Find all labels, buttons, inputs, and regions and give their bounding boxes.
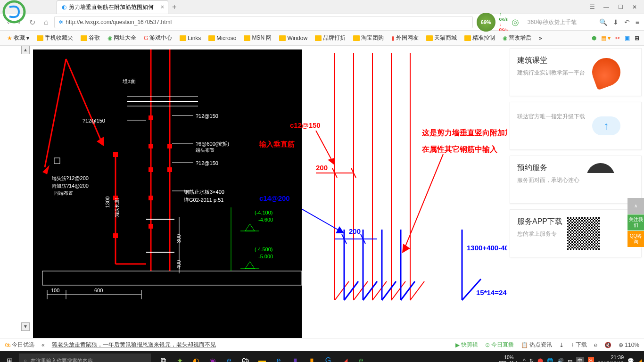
sidebar-card[interactable]: 服务APP下载您的掌上服务专 bbox=[510, 209, 642, 257]
cad-label: 附加筋 bbox=[52, 183, 66, 189]
maximize-icon[interactable]: ☐ bbox=[616, 4, 625, 10]
browser-icon[interactable]: e bbox=[354, 353, 369, 362]
sound-icon[interactable]: 🔇 bbox=[604, 342, 611, 348]
url-input[interactable]: ✲ http://e.fwxgx.com/question_1670537.ht… bbox=[54, 16, 472, 28]
app-icon[interactable]: G bbox=[321, 353, 336, 362]
title-bar: ◐ 剪力墙垂直钢筋在附加筋范围如何 × + ☰ — ☐ ✕ bbox=[0, 0, 644, 14]
search-hint[interactable]: 360每秒放贷上千笔 bbox=[528, 18, 577, 26]
explorer-icon[interactable]: ▬ bbox=[255, 353, 270, 362]
app-icon[interactable]: ▮ bbox=[288, 353, 303, 362]
news-ticker-nav[interactable]: « bbox=[41, 342, 45, 348]
news-ticker[interactable]: 狐老头放走黄鼠狼，一年后黄鼠狼报恩送来银元，老头却视而不见 bbox=[52, 341, 216, 349]
today-picks[interactable]: 🛍今日优选 bbox=[5, 341, 34, 349]
ime-icon[interactable]: 中 bbox=[576, 357, 584, 362]
app-icon[interactable]: ◉ bbox=[205, 353, 220, 362]
volume-icon[interactable]: 🔊 bbox=[557, 358, 564, 362]
reload-button[interactable]: ↻ bbox=[27, 18, 38, 27]
undo-icon[interactable]: ↶ bbox=[624, 18, 630, 26]
svg-rect-15 bbox=[149, 196, 153, 200]
minimize-icon[interactable]: — bbox=[602, 4, 611, 10]
bookmark-item[interactable]: 天猫商城 bbox=[424, 33, 459, 43]
quick-clip[interactable]: ▶ 快剪辑 bbox=[455, 341, 478, 349]
status-icon[interactable]: ⤓ bbox=[559, 342, 564, 348]
hot-news[interactable]: 📋 热点资讯 bbox=[521, 341, 552, 349]
sidebar-card[interactable]: 建筑课堂建筑行业实训教学第一平台 bbox=[510, 48, 642, 96]
cad-elevation: -4.600 bbox=[258, 217, 273, 222]
notifications-icon[interactable]: 💬 bbox=[627, 358, 634, 362]
tray-icon[interactable]: ◢ bbox=[638, 358, 642, 362]
bookmark-item[interactable]: 品牌打折 bbox=[313, 33, 348, 43]
app-icon[interactable]: ◐ bbox=[189, 353, 204, 362]
search-icon[interactable]: 🔍 bbox=[599, 18, 607, 26]
bookmark-item[interactable]: Microso bbox=[206, 34, 239, 42]
bookmark-item[interactable]: 谷歌 bbox=[78, 33, 102, 43]
favorites-button[interactable]: ★收藏 ▾ bbox=[5, 33, 32, 43]
tray-chevron-icon[interactable]: ^ bbox=[523, 358, 525, 362]
sidebar-card[interactable]: 预约服务服务面对面，承诺心连心 bbox=[510, 156, 642, 204]
annotation-label: 输入垂直筋 bbox=[259, 140, 295, 149]
ext-icon[interactable]: ▣ bbox=[625, 35, 630, 41]
cad-label: ?12@150 bbox=[196, 113, 218, 119]
ext-icon[interactable]: ▦ ▾ bbox=[601, 35, 611, 41]
tab-title: 剪力墙垂直钢筋在附加筋范围如何 bbox=[69, 3, 154, 11]
new-tab-button[interactable]: + bbox=[172, 3, 176, 11]
cad-label: ?14@200 bbox=[66, 183, 89, 189]
bookmark-item[interactable]: 淘宝团购 bbox=[351, 33, 386, 43]
ime-icon[interactable]: S bbox=[588, 357, 594, 362]
clock[interactable]: 21:392017/10/19 bbox=[598, 354, 624, 362]
tray-icon[interactable]: ↻ bbox=[529, 358, 534, 362]
edge-icon[interactable]: e bbox=[222, 353, 237, 362]
status-icon[interactable]: ℮ bbox=[594, 342, 597, 348]
app-icon[interactable]: ▮ bbox=[304, 353, 319, 362]
app-icon[interactable]: ◢ bbox=[337, 353, 352, 362]
ext-icon[interactable]: ⬢ bbox=[592, 35, 596, 41]
qq-consult-button[interactable]: QQ咨询 bbox=[627, 231, 644, 247]
window-menu-icon[interactable]: ☰ bbox=[587, 4, 597, 10]
qr-code-icon bbox=[567, 217, 600, 250]
network-icon[interactable]: 🌐 bbox=[547, 358, 553, 362]
tray-icon[interactable]: ▭ bbox=[568, 358, 572, 362]
ext-icon[interactable]: ✂ bbox=[615, 35, 620, 41]
person-icon bbox=[584, 163, 617, 196]
bookmark-item[interactable]: ◉营改增后 bbox=[500, 33, 534, 43]
bookmark-item[interactable]: Links bbox=[177, 34, 203, 42]
close-window-icon[interactable]: ✕ bbox=[630, 4, 639, 10]
downloads[interactable]: ↓ 下载 bbox=[571, 341, 586, 349]
tab-close-icon[interactable]: × bbox=[161, 4, 164, 10]
360-icon[interactable]: ◎ bbox=[512, 17, 519, 27]
sidebar-card[interactable]: 联达官方唯一指定升级下载 bbox=[510, 102, 642, 150]
speed-badge[interactable]: 69% bbox=[477, 13, 495, 32]
download-icon[interactable]: ⬇ bbox=[613, 18, 619, 26]
browser-tab[interactable]: ◐ 剪力墙垂直钢筋在附加筋范围如何 × bbox=[57, 0, 168, 14]
bookmark-item[interactable]: ▮外国网友 bbox=[389, 33, 421, 43]
store-icon[interactable]: 🛍 bbox=[238, 353, 253, 362]
bookmark-item[interactable]: G游戏中心 bbox=[141, 33, 174, 43]
follow-button[interactable]: 关注我们 bbox=[627, 214, 644, 231]
annotation-label: c14@200 bbox=[259, 194, 290, 202]
zoom-level[interactable]: ⊕ 110% bbox=[619, 342, 639, 348]
cad-drawing: 坦±面 ?12@150 ?12@150 ?6@600(按拆) 端头布置 ?12@… bbox=[33, 49, 302, 338]
taskbar-search[interactable]: ○ 在这里输入你要搜索的内容 bbox=[19, 354, 151, 362]
svg-line-1 bbox=[45, 59, 66, 167]
ext-icon[interactable]: ⊞ bbox=[635, 35, 639, 41]
bookmark-item[interactable]: Window bbox=[277, 34, 310, 42]
tray-icon[interactable]: ⬤ bbox=[537, 358, 543, 362]
live-today[interactable]: ⊙ 今日直播 bbox=[485, 341, 514, 349]
scroll-top-button[interactable]: ∧ bbox=[627, 198, 644, 214]
ie-icon[interactable]: e bbox=[271, 353, 286, 362]
start-button[interactable]: ⊞ bbox=[0, 356, 19, 362]
menu-icon[interactable]: ≡ bbox=[636, 18, 639, 26]
scroll-up-button[interactable]: ▲ bbox=[21, 46, 30, 54]
task-view-icon[interactable]: ⧉ bbox=[156, 353, 171, 362]
cpu-meter[interactable]: 10% CPU 输入 bbox=[499, 355, 520, 362]
bookmark-more[interactable]: » bbox=[537, 34, 545, 42]
browser-app-icon[interactable] bbox=[2, 0, 26, 24]
home-button[interactable]: ⌂ bbox=[41, 18, 51, 26]
bookmark-item[interactable]: ◉网址大全 bbox=[105, 33, 139, 43]
bookmark-item[interactable]: MSN 网 bbox=[241, 33, 274, 43]
app-icon[interactable]: ✦ bbox=[172, 353, 187, 362]
search-placeholder: 在这里输入你要搜索的内容 bbox=[31, 357, 93, 362]
scroll-down-button[interactable]: ▼ bbox=[21, 322, 30, 331]
bookmark-item[interactable]: 精准控制 bbox=[462, 33, 497, 43]
bookmark-item[interactable]: 手机收藏夹 bbox=[34, 33, 75, 43]
